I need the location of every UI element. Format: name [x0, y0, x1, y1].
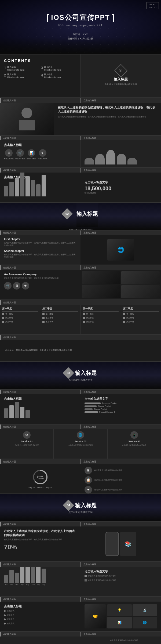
- bar-1: [9, 182, 14, 196]
- header-label-right-19: 点击输入标题: [80, 632, 161, 636]
- icon-label-2: 标题文本预览: [27, 158, 36, 160]
- product-item-0: Japanese Product: [85, 402, 157, 404]
- q3-text-0: 第一事项: [86, 313, 94, 316]
- slide10-text: 在此录入上述图表的综合描述说明，在此录入上述图表的综合描述说明: [5, 349, 72, 352]
- bar-l-2: [15, 402, 19, 418]
- logo: LOGO Logo Here: [147, 2, 159, 9]
- process-icon-item-0: 🖥 在此录入上述图表的综合描述说明: [85, 467, 157, 474]
- icon-label-0: 标题文本预览: [4, 158, 14, 160]
- company-icon-2: 🖥: [13, 282, 20, 290]
- header-label-left-12: 点击输入标题: [0, 390, 80, 394]
- service-text-1: 在此录入上述图表的综合描述说明: [3, 444, 51, 447]
- icon-item-0: 🖥 标题文本预览: [4, 149, 14, 160]
- list-item-2: 在此录入: [4, 618, 76, 621]
- month-item-1: 在此录入上述图表的综合描述说明: [85, 579, 157, 582]
- person-image: [0, 103, 54, 135]
- bar-2: [15, 178, 19, 196]
- q3-text-1: 第二事项: [86, 317, 94, 319]
- arch-2: [95, 154, 105, 164]
- chapter-2-title: Second chapter: [4, 250, 76, 253]
- icon-item-1: 🛒 标题文本预览: [15, 149, 25, 160]
- month-bar-6: July: [36, 567, 41, 586]
- slide-header-10: 点击输入标题: [0, 335, 161, 340]
- contents-item-4: 4 输入标题 Click here to input: [41, 73, 76, 79]
- process-icon-1: 📋: [85, 476, 92, 484]
- diamond-bullet-0: [4, 610, 6, 612]
- header-label-right-12: 点击输入标题: [80, 390, 161, 394]
- number-panel: 点击输入标题文字 18,500,000 综合描述说明: [80, 173, 161, 202]
- q2-dot-1: [42, 317, 45, 319]
- list-item-3: 在此录入: [4, 622, 76, 625]
- click-list-left: 点击输入标题 在此录入 在此录入 在此录入 在此录入: [0, 602, 80, 631]
- product-item-1: Display Product: [85, 405, 157, 407]
- q4-text-1: 第二事项: [126, 317, 134, 319]
- chapter-1: First chapter 在此录入上述图表的综合描述说明，在此录入上述图表的描…: [4, 238, 76, 247]
- q1-item-1: 第二事项: [2, 317, 38, 319]
- month-bar-0: Jan: [4, 575, 8, 586]
- product-item-2: Display Product: [85, 408, 157, 410]
- slide-title: LOGO Logo Here [ IOS公司宣传PPT ] IOS compan…: [0, 0, 161, 54]
- slide-header-5: 点击输入标题 点击输入标题: [0, 168, 161, 173]
- icon-3: ✈: [39, 149, 46, 157]
- contents-grid: 1 输入标题 Click here to input 3 输入标题 Click …: [4, 66, 76, 79]
- header-label-right-16: 点击输入标题: [80, 522, 161, 526]
- image-left: [0, 103, 54, 135]
- q4-dot-1: [123, 317, 125, 319]
- slide-header-9: 点击输入标题: [0, 300, 161, 305]
- contents-item-2: 2 输入标题 Click here to input: [4, 73, 39, 79]
- month-bar-5: June: [31, 567, 35, 586]
- q1-item-0: 第一事项: [2, 313, 38, 316]
- quarter-2: 第二季度 第一事项 第二事项 第三事项: [40, 305, 80, 334]
- header-label-left-4: 点击输入标题: [0, 136, 80, 140]
- service-icon-2: 🌐: [77, 431, 84, 439]
- slide-header-13: 点击输入标题 点击输入标题: [0, 425, 161, 429]
- slide-header-16: 点击输入标题 点击输入标题: [0, 522, 161, 526]
- arch-3: [106, 150, 115, 164]
- product-bar-2: [85, 408, 93, 410]
- header-label-right-3: 点击输入标题: [80, 98, 161, 103]
- slide-header-17: 点击输入标题 点击输入标题: [0, 562, 161, 567]
- arch-5: [127, 158, 137, 164]
- contents-title: CONTENTS: [4, 58, 76, 63]
- company-icon-3: ✈: [22, 282, 29, 290]
- bar-5: [31, 180, 35, 196]
- service-2: 🌐 Service 02 在此录入上述图表的综合描述说明: [54, 429, 107, 459]
- service-title-2: Service 02: [56, 440, 104, 443]
- header-label-right-13: 点击输入标题: [80, 425, 161, 429]
- phone-shape: [105, 532, 119, 556]
- month-dot-1: [85, 579, 87, 581]
- grid-cell-3: 🌐: [133, 617, 157, 629]
- slide-text-image: 在此录入上述图表的综合描述说明，在此录入上述图表的描述说明，在此录入上述图表的描…: [0, 103, 161, 135]
- slide-header-4: 点击输入标题 点击输入标题: [0, 136, 161, 140]
- q4-dot-2: [123, 321, 125, 323]
- icon-1: 🛒: [16, 149, 24, 157]
- company-img-3: [121, 285, 160, 298]
- slide-barchart-double: 点击输入标题 点击输入标题文字 Japanese Product Display…: [0, 394, 161, 424]
- book-image: 📚: [120, 532, 136, 556]
- header-label-right-14: 点击输入标题: [80, 459, 161, 464]
- product-bar-0: [85, 402, 101, 404]
- slide-gear-bulb: ⚙ 在此录入 💡 在此录入 在此录入上述图表的综合描述说明 在此录入上述图表的综…: [0, 636, 161, 644]
- bar-4: [25, 176, 30, 196]
- list-image-grid: 💡 🔬 📊 🌐: [107, 604, 157, 628]
- products-heading: 点击输入标题文字: [85, 397, 157, 401]
- header-label-left-18: 点击输入标题: [0, 597, 80, 602]
- click-title-panel: 点击输入标题: [0, 394, 80, 424]
- process-steps: Step 01 Step 02 Step 03: [28, 486, 52, 488]
- company-left: An Awesome Company 在此录入上述图表的综合描述说明，在此录入上…: [0, 270, 80, 299]
- q1-item-2: 第三事项: [2, 320, 38, 323]
- grid-cell-1: 🔬: [133, 604, 157, 616]
- diamond-bullet-1: [4, 614, 6, 616]
- company-text: 在此录入上述图表的综合描述说明，在此录入上述图表的描述说明: [4, 277, 76, 280]
- contents-text-2: 输入标题 Click here to input: [7, 73, 24, 79]
- header-label-left-13: 点击输入标题: [0, 425, 80, 429]
- q2-title: 第二季度: [42, 307, 78, 312]
- header-label-left-16: 点击输入标题: [0, 522, 80, 526]
- header-label-right-5: 点击输入标题: [80, 168, 161, 173]
- q4-dot-0: [123, 313, 125, 315]
- contents-text-3: 输入标题 Click here to input: [44, 66, 61, 72]
- product-item-3: Product Chinese 3: [85, 411, 157, 413]
- slide-quarterly: 第一季度 第一事项 第二事项 第三事项 第二季度 第一事项 第二事项 第三事项 …: [0, 305, 161, 334]
- arch-1: [85, 158, 94, 164]
- process-icon-text-1: 在此录入上述图表的综合描述说明: [94, 479, 122, 482]
